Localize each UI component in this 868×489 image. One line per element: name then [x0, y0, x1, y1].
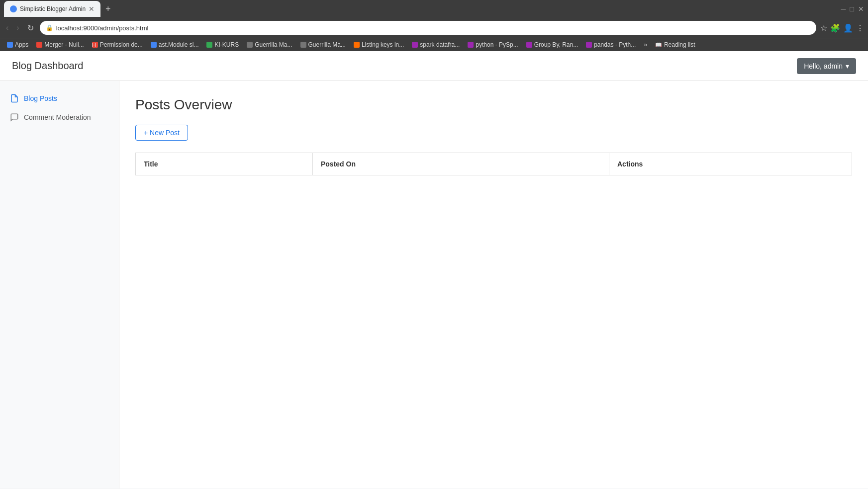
reading-list-icon: 📖: [655, 42, 662, 48]
bookmark-label-guerrilla2: Guerrilla Ma...: [308, 41, 346, 48]
browser-action-icons: ☆ 🧩 👤 ⋮: [820, 23, 864, 33]
bookmark-groupby[interactable]: Group By, Ran...: [523, 40, 581, 49]
bookmark-favicon-python: [468, 42, 474, 48]
bookmark-more[interactable]: »: [641, 40, 650, 49]
page-title: Posts Overview: [135, 97, 852, 113]
sidebar: Blog Posts Comment Moderation: [0, 81, 119, 489]
bookmark-label-ast: ast.Module si...: [159, 41, 199, 48]
bookmark-label-guerrilla1: Guerrilla Ma...: [255, 41, 292, 48]
bookmark-favicon-ast: [151, 42, 157, 48]
bookmark-favicon-merger: [36, 42, 42, 48]
bookmark-label-pandas: pandas - Pyth...: [594, 41, 636, 48]
minimize-icon[interactable]: ─: [841, 5, 846, 13]
bookmark-merger[interactable]: Merger - Null...: [33, 40, 87, 49]
bookmark-favicon-apps: [7, 42, 13, 48]
bookmark-label-more: »: [644, 41, 647, 48]
file-icon: [10, 94, 19, 103]
bookmark-guerrilla2[interactable]: Guerrilla Ma...: [297, 40, 349, 49]
bookmark-favicon-pandas: [586, 42, 592, 48]
forward-button[interactable]: ›: [14, 21, 21, 34]
tab-favicon: [10, 5, 17, 12]
address-bar-row: ‹ › ↻ 🔒 localhost:9000/admin/posts.html …: [0, 18, 868, 38]
bookmark-label-merger: Merger - Null...: [44, 41, 84, 48]
address-bar[interactable]: 🔒 localhost:9000/admin/posts.html: [40, 21, 816, 35]
posts-table: Title Posted On Actions: [135, 153, 852, 175]
extensions-icon[interactable]: 🧩: [830, 23, 840, 33]
bookmark-listing[interactable]: Listing keys in...: [351, 40, 407, 49]
column-header-title: Title: [136, 153, 313, 175]
app-body: Blog Posts Comment Moderation Posts Over…: [0, 81, 868, 489]
bookmark-label-listing: Listing keys in...: [362, 41, 404, 48]
profile-icon[interactable]: 👤: [843, 23, 853, 33]
bookmark-favicon-permission: H: [92, 42, 98, 48]
address-text: localhost:9000/admin/posts.html: [56, 24, 149, 32]
tab-title: Simplistic Blogger Admin: [20, 5, 86, 12]
star-icon[interactable]: ☆: [820, 23, 827, 33]
bookmark-spark[interactable]: spark datafra...: [409, 40, 463, 49]
new-tab-button[interactable]: +: [102, 4, 114, 14]
tab-bar: Simplistic Blogger Admin ✕ + ─ □ ✕: [0, 0, 868, 18]
bookmark-python[interactable]: python - PySp...: [465, 40, 521, 49]
more-icon[interactable]: ⋮: [856, 23, 864, 33]
main-content: Posts Overview + New Post Title Posted O…: [119, 81, 868, 489]
user-dropdown-button[interactable]: Hello, admin ▾: [797, 58, 856, 74]
bookmark-label-spark: spark datafra...: [420, 41, 460, 48]
sidebar-item-comment-moderation[interactable]: Comment Moderation: [0, 108, 119, 127]
sidebar-label-comment-moderation: Comment Moderation: [24, 113, 91, 121]
bookmarks-bar: Apps Merger - Null... H Permission de...…: [0, 38, 868, 51]
comment-icon: [10, 113, 19, 122]
lock-icon: 🔒: [46, 24, 53, 31]
bookmark-label-kikurs: KI-KURS: [214, 41, 239, 48]
bookmark-guerrilla1[interactable]: Guerrilla Ma...: [244, 40, 295, 49]
bookmark-kikurs[interactable]: KI-KURS: [203, 40, 242, 49]
reload-button[interactable]: ↻: [25, 21, 36, 35]
bookmark-label-apps: Apps: [15, 41, 28, 48]
restore-icon[interactable]: □: [850, 5, 854, 13]
bookmark-reading[interactable]: 📖 Reading list: [652, 40, 698, 49]
bookmark-favicon-kikurs: [206, 42, 212, 48]
bookmark-favicon-groupby: [526, 42, 532, 48]
table-header: Title Posted On Actions: [136, 153, 852, 175]
tab-close-button[interactable]: ✕: [89, 5, 95, 13]
bookmark-label-python: python - PySp...: [476, 41, 518, 48]
close-icon[interactable]: ✕: [858, 5, 864, 13]
bookmark-ast[interactable]: ast.Module si...: [148, 40, 202, 49]
column-header-actions: Actions: [609, 153, 852, 175]
bookmark-pandas[interactable]: pandas - Pyth...: [583, 40, 639, 49]
bookmark-apps[interactable]: Apps: [4, 40, 31, 49]
bookmark-favicon-spark: [412, 42, 418, 48]
bookmark-favicon-guerrilla2: [300, 42, 306, 48]
sidebar-label-blog-posts: Blog Posts: [24, 94, 57, 102]
user-dropdown-label: Hello, admin: [804, 62, 843, 70]
bookmark-permission[interactable]: H Permission de...: [89, 40, 146, 49]
table-header-row: Title Posted On Actions: [136, 153, 852, 175]
window-controls: ─ □ ✕: [841, 5, 864, 13]
bookmark-favicon-guerrilla1: [247, 42, 253, 48]
browser-chrome: Simplistic Blogger Admin ✕ + ─ □ ✕ ‹ › ↻…: [0, 0, 868, 51]
active-tab[interactable]: Simplistic Blogger Admin ✕: [4, 1, 100, 17]
sidebar-item-blog-posts[interactable]: Blog Posts: [0, 89, 119, 108]
app-title: Blog Dashboard: [12, 60, 83, 72]
bookmark-label-permission: Permission de...: [100, 41, 143, 48]
column-header-posted-on: Posted On: [312, 153, 609, 175]
new-post-button[interactable]: + New Post: [135, 125, 188, 141]
app-container: Blog Dashboard Hello, admin ▾ Blog Posts…: [0, 51, 868, 489]
app-header: Blog Dashboard Hello, admin ▾: [0, 51, 868, 81]
bookmark-label-groupby: Group By, Ran...: [534, 41, 578, 48]
dropdown-arrow-icon: ▾: [846, 62, 849, 70]
bookmark-label-reading: Reading list: [664, 41, 695, 48]
back-button[interactable]: ‹: [4, 21, 10, 34]
bookmark-favicon-listing: [354, 42, 360, 48]
